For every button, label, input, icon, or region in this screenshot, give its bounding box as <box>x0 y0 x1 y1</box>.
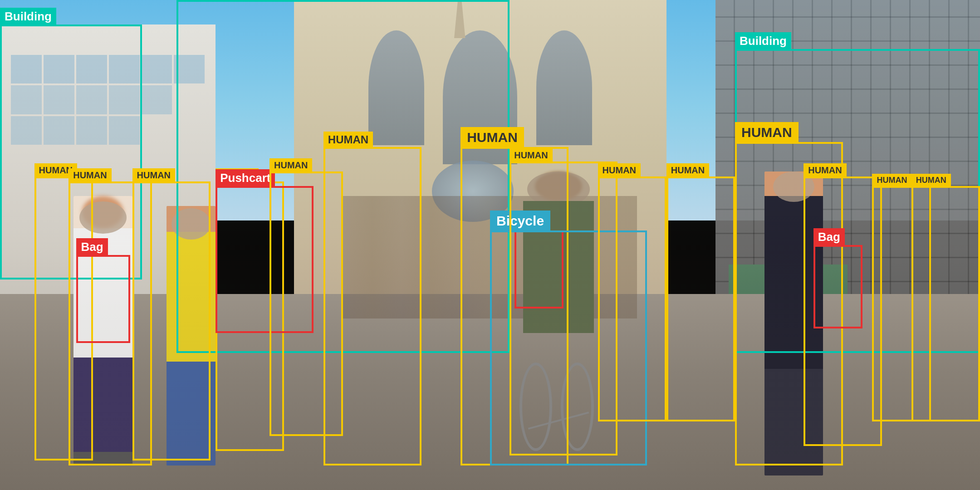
label-bag-3: Bag <box>813 228 845 246</box>
label-human-7: HUMAN <box>598 163 641 177</box>
detection-human-12: HUMAN <box>911 186 980 421</box>
label-building-2: Building <box>176 0 233 1</box>
label-human-9: HUMAN <box>735 122 799 143</box>
label-building-1: Building <box>0 8 56 25</box>
label-human-11: HUMAN <box>872 174 911 187</box>
label-building-3: Building <box>735 32 791 50</box>
label-human-3: HUMAN <box>132 168 175 182</box>
detection-human-7: HUMAN <box>598 176 666 421</box>
label-human-12: HUMAN <box>911 174 951 187</box>
label-human-2: HUMAN <box>69 168 111 182</box>
detection-bag-1: Bag <box>76 255 130 343</box>
label-human-center: HUMAN <box>323 132 373 148</box>
detection-bag-3: Bag <box>813 245 862 328</box>
label-bag-1: Bag <box>76 238 108 256</box>
detection-human-8: HUMAN <box>666 176 735 421</box>
label-human-6: HUMAN <box>461 127 524 148</box>
detection-human-center: HUMAN <box>323 147 421 466</box>
label-human-5: HUMAN <box>270 158 312 172</box>
detection-scene: Building Building Building HUMAN HUMAN H… <box>0 0 980 490</box>
detection-human-3: HUMAN <box>132 181 211 461</box>
label-pushcart: Pushcart <box>216 169 275 187</box>
label-human-10: HUMAN <box>804 163 846 177</box>
label-human-bike: HUMAN <box>510 148 552 162</box>
label-human-8: HUMAN <box>666 163 709 177</box>
